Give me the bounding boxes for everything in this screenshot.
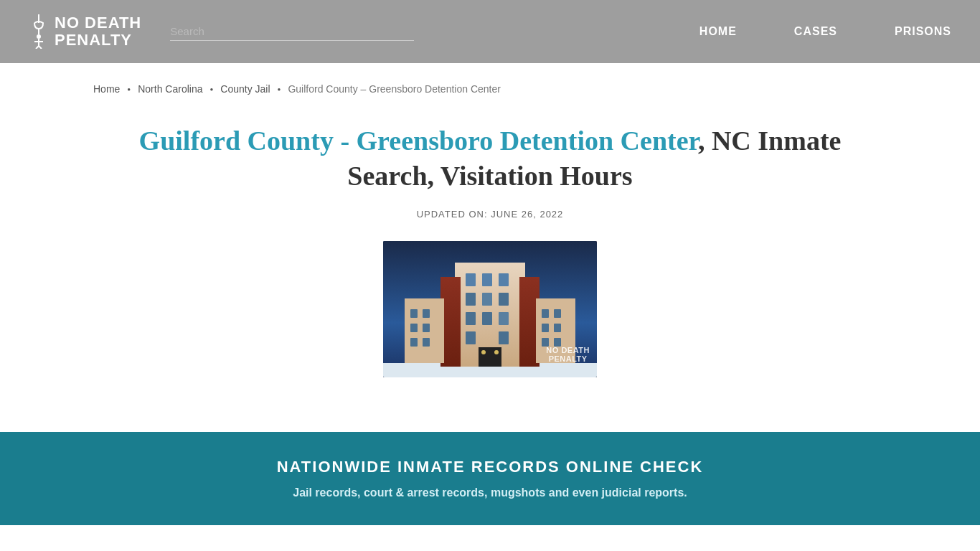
svg-rect-31: [410, 338, 418, 347]
svg-line-6: [39, 46, 42, 49]
svg-rect-34: [542, 309, 549, 318]
main-content: Guilford County - Greensboro Detention C…: [0, 109, 980, 432]
cta-banner-title: NATIONWIDE INMATE RECORDS ONLINE CHECK: [29, 458, 951, 476]
svg-rect-23: [479, 347, 501, 367]
svg-rect-35: [554, 309, 561, 318]
svg-rect-18: [466, 312, 476, 325]
breadcrumb-separator-2: ●: [209, 86, 213, 93]
svg-point-2: [37, 34, 41, 39]
svg-rect-37: [554, 324, 561, 332]
nav-home[interactable]: HOME: [699, 25, 737, 38]
svg-rect-20: [499, 312, 509, 325]
logo-icon: [29, 14, 49, 49]
svg-rect-13: [482, 273, 492, 286]
svg-rect-21: [466, 331, 476, 344]
main-nav: HOME CASES PRISONS: [699, 25, 951, 38]
breadcrumb-separator-3: ●: [278, 86, 281, 93]
svg-rect-22: [499, 331, 509, 344]
svg-rect-27: [410, 309, 418, 318]
svg-point-24: [481, 350, 486, 354]
svg-rect-29: [410, 324, 418, 332]
svg-point-25: [494, 350, 499, 354]
breadcrumb-north-carolina[interactable]: North Carolina: [138, 83, 202, 95]
breadcrumb-section: Home ● North Carolina ● County Jail ● Gu…: [0, 63, 980, 109]
svg-rect-30: [423, 324, 430, 332]
logo[interactable]: NO DEATH PENALTY: [29, 14, 141, 49]
breadcrumb: Home ● North Carolina ● County Jail ● Gu…: [93, 83, 887, 95]
updated-date: UPDATED ON: JUNE 26, 2022: [93, 209, 887, 220]
breadcrumb-separator-1: ●: [127, 86, 131, 93]
svg-rect-14: [499, 273, 509, 286]
facility-image: NO DEATH PENALTY: [383, 241, 597, 377]
svg-line-5: [36, 46, 39, 49]
svg-rect-36: [542, 324, 549, 332]
image-watermark: NO DEATH PENALTY: [546, 346, 590, 363]
nav-prisons[interactable]: PRISONS: [895, 25, 951, 38]
svg-rect-19: [482, 312, 492, 325]
page-title: Guilford County - Greensboro Detention C…: [93, 123, 887, 194]
page-title-highlight: Guilford County - Greensboro Detention C…: [139, 126, 698, 156]
site-header: NO DEATH PENALTY HOME CASES PRISONS: [0, 0, 980, 63]
breadcrumb-county-jail[interactable]: County Jail: [220, 83, 270, 95]
svg-rect-16: [482, 293, 492, 306]
nav-cases[interactable]: CASES: [794, 25, 837, 38]
logo-text: NO DEATH PENALTY: [55, 14, 141, 49]
svg-rect-15: [466, 293, 476, 306]
breadcrumb-current: Guilford County – Greensboro Detention C…: [288, 83, 501, 95]
breadcrumb-home[interactable]: Home: [93, 83, 120, 95]
svg-rect-32: [423, 338, 430, 347]
svg-rect-28: [423, 309, 430, 318]
search-input[interactable]: [170, 22, 414, 41]
search-area[interactable]: [170, 22, 414, 41]
svg-rect-12: [466, 273, 476, 286]
svg-rect-17: [499, 293, 509, 306]
cta-banner: NATIONWIDE INMATE RECORDS ONLINE CHECK J…: [0, 432, 980, 525]
cta-banner-subtitle: Jail records, court & arrest records, mu…: [29, 486, 951, 499]
facility-image-container: NO DEATH PENALTY: [93, 241, 887, 377]
